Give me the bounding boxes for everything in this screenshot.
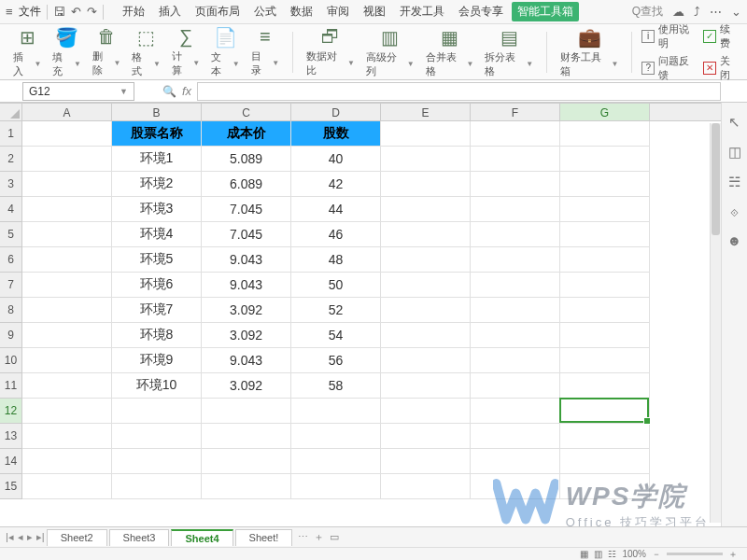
cell-E13[interactable] [381,424,471,449]
sheet-tab-Sheet4[interactable]: Sheet4 [171,529,233,546]
row-header-7[interactable]: 7 [0,273,21,298]
cell-D1[interactable]: 股数 [291,121,381,147]
cell-C13[interactable] [202,424,291,449]
cell-E15[interactable] [381,474,471,499]
cell-D3[interactable]: 42 [291,172,381,197]
last-sheet-icon[interactable]: ▸| [36,531,45,543]
row-header-1[interactable]: 1 [0,121,21,147]
fx-label[interactable]: fx [182,84,191,98]
robot-icon[interactable]: ☻ [727,232,742,248]
row-header-9[interactable]: 9 [0,323,21,348]
cell-C1[interactable]: 成本价 [202,121,291,147]
cell-F3[interactable] [471,172,560,197]
cell-A6[interactable] [22,247,112,273]
cell-D2[interactable]: 40 [291,147,381,172]
cell-G9[interactable] [560,323,650,348]
ribbon-tab-6[interactable]: 视图 [358,2,391,21]
ribbon-rib1-3[interactable]: ⬚格式▼ [126,26,165,78]
cell-A14[interactable] [22,449,112,474]
col-header-E[interactable]: E [381,104,471,120]
ribbon-tab-2[interactable]: 页面布局 [190,2,246,21]
ribbon-tab-3[interactable]: 公式 [248,2,282,21]
row-header-2[interactable]: 2 [0,147,21,172]
col-header-B[interactable]: B [112,104,202,120]
row-header-10[interactable]: 10 [0,348,21,373]
cell-A9[interactable] [22,323,112,348]
select-icon[interactable]: ◫ [728,144,741,161]
cell-E5[interactable] [381,222,471,247]
ribbon-rib2-3[interactable]: ▤拆分表格▼ [479,26,539,78]
cell-B8[interactable]: 环境7 [112,298,202,323]
cell-E10[interactable] [381,348,471,373]
zoom-out-icon[interactable]: － [652,548,661,561]
cell-E11[interactable] [381,373,471,399]
cell-A4[interactable] [22,197,112,222]
cells-area[interactable]: 股票名称成本价股数环境15.08940环境26.08942环境37.04544环… [22,121,721,536]
ribbon-tab-7[interactable]: 开发工具 [394,2,450,21]
cell-A1[interactable] [22,121,112,147]
cell-F10[interactable] [471,348,560,373]
cell-A12[interactable] [22,399,112,424]
sheet-tab-Sheet2[interactable]: Sheet2 [47,529,107,546]
cell-A10[interactable] [22,348,112,373]
more-sheets-icon[interactable]: ⋯ [298,531,308,543]
zoom-level[interactable]: 100% [622,549,646,559]
cell-E14[interactable] [381,449,471,474]
col-header-G[interactable]: G [560,104,650,120]
cell-F11[interactable] [471,373,560,399]
cell-B5[interactable]: 环境4 [112,222,202,247]
sheet-tab-Sheet3[interactable]: Sheet3 [109,529,170,546]
row-header-5[interactable]: 5 [0,222,21,247]
cell-D6[interactable]: 48 [291,247,381,273]
close-link[interactable]: ✕关闭 [703,54,740,82]
add-sheet-icon[interactable]: ＋ [314,530,324,544]
cell-C15[interactable] [202,474,291,499]
more-icon[interactable]: ⋯ [710,5,722,19]
zoom-in-icon[interactable]: ＋ [728,548,738,561]
col-header-C[interactable]: C [202,104,291,120]
name-box[interactable]: G12 ▼ [22,82,134,101]
select-all-corner[interactable] [0,103,22,121]
row-header-15[interactable]: 15 [0,474,21,499]
cell-B2[interactable]: 环境1 [112,147,202,172]
cell-F9[interactable] [471,323,560,348]
cell-F1[interactable] [471,121,560,147]
formula-input[interactable] [197,82,721,101]
row-header-8[interactable]: 8 [0,298,21,323]
cell-G10[interactable] [560,348,650,373]
view-break-icon[interactable]: ☷ [608,549,616,559]
first-sheet-icon[interactable]: |◂ [6,531,14,543]
ribbon-tab-4[interactable]: 数据 [285,2,318,21]
cell-G7[interactable] [560,273,650,298]
vertical-scrollbar[interactable] [710,123,721,523]
feedback-link[interactable]: ?问题反馈 [641,54,698,82]
zoom-slider[interactable] [667,553,723,555]
cell-A15[interactable] [22,474,112,499]
cell-F6[interactable] [471,247,560,273]
renew-link[interactable]: ✓续费 [703,22,740,50]
col-header-F[interactable]: F [471,104,560,120]
cell-A11[interactable] [22,373,112,399]
cell-G15[interactable] [560,474,650,499]
cell-D7[interactable]: 50 [291,273,381,298]
scrollbar-thumb[interactable] [712,123,720,235]
cell-B6[interactable]: 环境5 [112,247,202,273]
cell-C11[interactable]: 3.092 [202,373,291,399]
ribbon-tab-9[interactable]: 智能工具箱 [512,2,579,21]
hamburger-icon[interactable]: ≡ [6,5,13,19]
ribbon-rib3-0[interactable]: 💼财务工具箱▼ [555,26,624,78]
cell-G3[interactable] [560,172,650,197]
cell-D14[interactable] [291,449,381,474]
ribbon-tab-1[interactable]: 插入 [153,2,187,21]
row-header-6[interactable]: 6 [0,247,21,273]
col-header-A[interactable]: A [22,104,112,120]
cell-C9[interactable]: 3.092 [202,323,291,348]
cell-E7[interactable] [381,273,471,298]
cell-C5[interactable]: 7.045 [202,222,291,247]
cell-B3[interactable]: 环境2 [112,172,202,197]
cell-C14[interactable] [202,449,291,474]
cell-G12[interactable] [560,399,650,424]
settings-icon[interactable]: ☵ [728,174,740,190]
cell-B14[interactable] [112,449,202,474]
cell-E6[interactable] [381,247,471,273]
